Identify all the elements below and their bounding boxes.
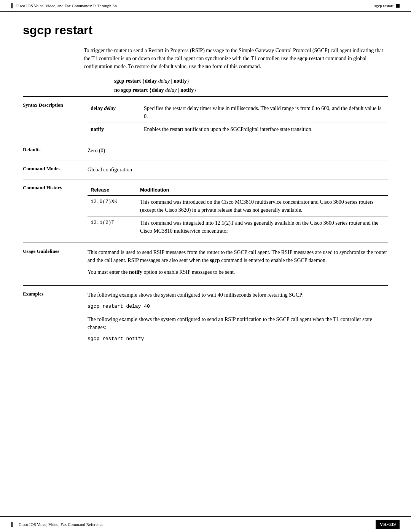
usage-guidelines-body: This command is used to send RSIP messag… [88, 248, 388, 280]
example1-code: sgcp restart delay 40 [88, 303, 388, 310]
intro-paragraph: To trigger the router to send a Restart … [84, 46, 388, 70]
header-breadcrumb: Cisco IOS Voice, Video, and Fax Commands… [16, 3, 117, 8]
history-row-1: 12.0(7)XK This command was introduced on… [88, 195, 388, 216]
syntax-line1-brace-close: } [187, 78, 190, 84]
page-title: sgcp restart [23, 23, 388, 37]
usage-bold-notify: notify [129, 269, 142, 275]
syntax-delay-italic: delay [104, 105, 115, 111]
example2-code: sgcp restart notify [88, 335, 388, 343]
intro-bold-no: no [206, 64, 211, 69]
command-modes-value: Global configuration [88, 166, 388, 174]
footer-page-number: VR-639 [376, 520, 400, 529]
command-modes-section: Command Modes Global configuration [23, 160, 388, 179]
syntax-notify-bold: notify [91, 126, 104, 132]
history-release-1: 12.0(7)XK [88, 195, 137, 216]
header-right-label: sgcp restart [374, 3, 393, 8]
syntax-block: sgcp restart {delay delay | notify} no s… [114, 78, 388, 93]
history-header-row: Release Modification [88, 185, 388, 195]
usage-guidelines-label: Usage Guidelines [23, 248, 88, 280]
examples-body: The following example shows the system c… [88, 291, 388, 348]
syntax-description-body: delay delay Specifies the restart delay … [88, 102, 388, 136]
history-release-2: 12.1(2)T [88, 216, 137, 237]
footer-left-bar [11, 522, 13, 527]
syntax-line1-notify-bold: notify [174, 78, 187, 84]
usage-bold-sgcp: sgcp [210, 257, 220, 263]
command-modes-label: Command Modes [23, 166, 88, 174]
syntax-line2-delay-bold: delay [152, 87, 164, 93]
header-right: sgcp restart [374, 3, 400, 8]
history-row-2: 12.1(2)T This command was integrated int… [88, 216, 388, 237]
examples-label: Examples [23, 291, 88, 348]
command-history-label: Command History [23, 185, 88, 237]
usage-guidelines-section: Usage Guidelines This command is used to… [23, 243, 388, 285]
syntax-line2-brace-close: } [194, 87, 196, 93]
syntax-line2-brace-open: { [149, 87, 152, 93]
syntax-desc-table: delay delay Specifies the restart delay … [88, 102, 388, 136]
syntax-line2-notify-bold: notify [180, 87, 194, 93]
example1-text: The following example shows the system c… [88, 291, 388, 299]
history-mod-2: This command was integrated into 12.1(2)… [137, 216, 388, 237]
syntax-line-2: no sgcp restart {delay delay | notify} [114, 87, 388, 93]
example2-text: The following example shows the system c… [88, 315, 388, 331]
syntax-line2-pipe: | [177, 87, 180, 93]
syntax-row-delay: delay delay Specifies the restart delay … [88, 102, 388, 123]
history-col-release: Release [88, 185, 137, 195]
syntax-term-notify: notify [88, 123, 141, 136]
intro-bold-sgcp-restart: sgcp restart [298, 56, 324, 61]
usage-para-1: This command is used to send RSIP messag… [88, 248, 388, 264]
syntax-line1-pipe: | [170, 78, 174, 84]
syntax-line2-bold: no sgcp restart [114, 87, 148, 93]
defaults-value: Zero (0) [88, 147, 388, 155]
command-history-table: Release Modification 12.0(7)XK This comm… [88, 185, 388, 237]
footer-left: Cisco IOS Voice, Video, Fax Command Refe… [11, 522, 103, 527]
examples-section: Examples The following example shows the… [23, 285, 388, 353]
footer-right: VR-639 [376, 520, 400, 529]
syntax-row-notify: notify Enables the restart notification … [88, 123, 388, 136]
header-left: Cisco IOS Voice, Video, and Fax Commands… [11, 3, 117, 8]
usage-para-2: You must enter the notify option to enab… [88, 268, 388, 276]
main-content: sgcp restart To trigger the router to se… [0, 12, 411, 384]
syntax-description-label: Syntax Description [23, 102, 88, 136]
syntax-line1-delay-bold: delay [145, 78, 157, 84]
footer-left-text: Cisco IOS Voice, Video, Fax Command Refe… [19, 522, 103, 527]
syntax-line1-delay-italic: delay [158, 78, 170, 84]
defaults-label: Defaults [23, 147, 88, 155]
syntax-desc-notify: Enables the restart notification upon th… [141, 123, 388, 136]
syntax-line-1: sgcp restart {delay delay | notify} [114, 78, 388, 84]
history-col-modification: Modification [137, 185, 388, 195]
syntax-description-section: Syntax Description delay delay Specifies… [23, 96, 388, 141]
page-container: Cisco IOS Voice, Video, and Fax Commands… [0, 0, 411, 532]
header-right-box [396, 4, 400, 8]
syntax-term-delay: delay delay [88, 102, 141, 123]
syntax-delay-bold: delay [91, 105, 104, 111]
syntax-line1-bold: sgcp restart [114, 78, 141, 84]
header-bar: Cisco IOS Voice, Video, and Fax Commands… [0, 0, 411, 12]
footer-bar: Cisco IOS Voice, Video, Fax Command Refe… [0, 516, 411, 532]
history-mod-1: This command was introduced on the Cisco… [137, 195, 388, 216]
syntax-desc-delay: Specifies the restart delay timer value … [141, 102, 388, 123]
syntax-line2-delay-italic: delay [165, 87, 177, 93]
command-history-section: Command History Release Modification 12.… [23, 179, 388, 243]
defaults-section: Defaults Zero (0) [23, 141, 388, 160]
header-left-bar [11, 3, 13, 8]
command-history-body: Release Modification 12.0(7)XK This comm… [88, 185, 388, 237]
